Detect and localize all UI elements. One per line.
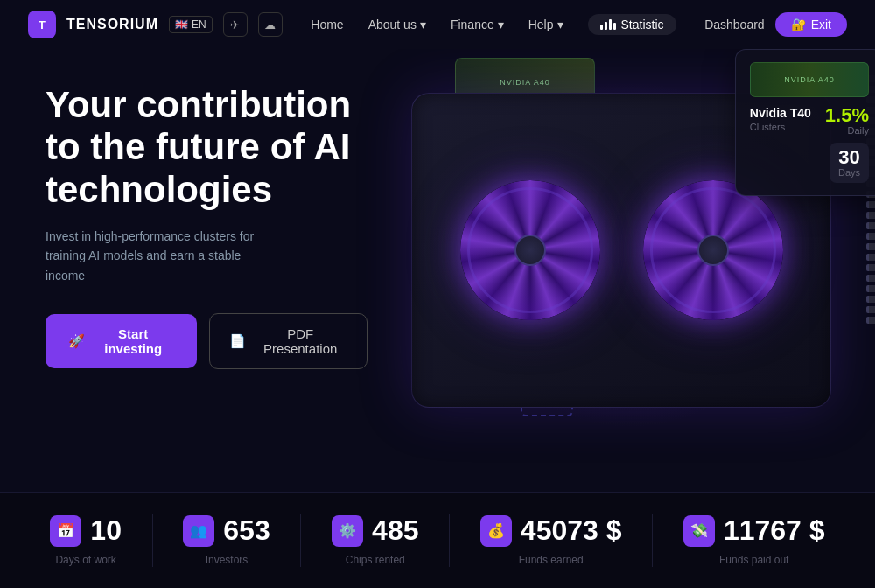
document-icon: 📄 (229, 333, 246, 349)
tooltip-days-number: 30 (838, 148, 860, 167)
tooltip-days-box: 30 Days (830, 143, 869, 183)
stat-divider (652, 514, 653, 567)
stat-label-investors: Investors (206, 554, 248, 566)
stat-label-chips: Chips rented (346, 554, 405, 566)
tooltip-model: Nvidia T40 (750, 106, 811, 120)
hero-title: Your contribution to the future of AI te… (46, 84, 368, 211)
logo-icon: T (28, 10, 56, 38)
start-investing-button[interactable]: 🚀 Start investing (46, 314, 197, 368)
hero-buttons: 🚀 Start investing 📄 PDF Presentation (46, 313, 368, 369)
flag-icon: 🇬🇧 (175, 18, 188, 31)
fan-center-hub-2 (697, 234, 729, 266)
stat-top: 💰 45073 $ (480, 514, 622, 547)
gpu-card-label: NVIDIA A40 (500, 78, 550, 87)
stat-funds-paidout: 💸 11767 $ Funds paid out (683, 514, 825, 566)
language-selector[interactable]: 🇬🇧 EN (169, 16, 213, 33)
telegram-icon[interactable]: ✈ (223, 12, 248, 37)
heatsink-fin (866, 275, 875, 282)
stat-divider (449, 514, 450, 567)
stat-number-days: 10 (90, 514, 122, 547)
nav-about[interactable]: About us ▾ (368, 18, 426, 32)
heatsink-fin (866, 222, 875, 229)
brand-name: TENSORIUM (66, 17, 158, 32)
heatsink-fin (866, 317, 875, 324)
stat-label-days: Days of work (55, 554, 116, 566)
heatsink-fin (866, 243, 875, 250)
exit-icon: 🔐 (791, 18, 806, 32)
fan-center-hub (514, 234, 546, 266)
stat-top: ⚙️ 485 (332, 514, 418, 547)
heatsink-fin (866, 233, 875, 240)
hero-section: Your contribution to the future of AI te… (0, 49, 875, 492)
stat-investors: 👥 653 Investors (183, 514, 270, 566)
stats-bar: 📅 10 Days of work 👥 653 Investors ⚙️ 485… (0, 492, 875, 588)
investors-icon: 👥 (183, 515, 214, 547)
rocket-icon: 🚀 (68, 333, 85, 349)
hero-right: NVIDIA A40 (359, 49, 875, 466)
chip-icon: ⚙️ (332, 515, 363, 547)
stat-number-investors: 653 (223, 514, 270, 547)
stat-label-paidout: Funds paid out (719, 554, 788, 566)
tooltip-right: 1.5% Daily (825, 106, 869, 136)
tooltip-percent: 1.5% (825, 106, 869, 125)
tooltip-days-label: Days (838, 167, 860, 178)
heatsink-fin (866, 296, 875, 303)
heatsink-fin (866, 254, 875, 261)
stat-top: 👥 653 (183, 514, 270, 547)
heatsink-fin (866, 264, 875, 271)
hero-left: Your contribution to the future of AI te… (0, 49, 368, 492)
tooltip-gpu-image: NVIDIA A40 (750, 62, 869, 97)
nav-finance[interactable]: Finance ▾ (451, 18, 504, 32)
nav-dashboard[interactable]: Dashboard (704, 18, 765, 32)
payout-icon: 💸 (683, 515, 715, 547)
lang-code: EN (192, 18, 206, 31)
navbar: T TENSORIUM 🇬🇧 EN ✈ ☁ Home About us ▾ Fi… (0, 0, 875, 49)
stat-number-earned: 45073 $ (521, 514, 622, 547)
nav-right: Dashboard 🔐 Exit (704, 12, 847, 37)
stat-funds-earned: 💰 45073 $ Funds earned (480, 514, 622, 566)
nav-left: T TENSORIUM 🇬🇧 EN ✈ ☁ (28, 10, 283, 38)
stat-top: 💸 11767 $ (683, 514, 825, 547)
stat-label-earned: Funds earned (519, 554, 584, 566)
heatsink-fin (866, 285, 875, 292)
calendar-icon: 📅 (50, 515, 81, 547)
tooltip-info-row: Nvidia T40 Clusters 1.5% Daily (750, 106, 869, 136)
stat-days-of-work: 📅 10 Days of work (50, 514, 122, 566)
bar-chart-icon (600, 19, 616, 30)
heatsink-fin (866, 212, 875, 219)
tooltip-clusters-label: Clusters (750, 122, 811, 132)
hero-subtitle: Invest in high-performance clusters for … (46, 227, 282, 285)
heatsink-fin (866, 201, 875, 208)
discord-icon[interactable]: ☁ (258, 12, 283, 37)
gpu-illustration: NVIDIA A40 (359, 49, 875, 486)
tooltip-daily-label: Daily (825, 125, 869, 136)
nav-help[interactable]: Help ▾ (528, 18, 564, 32)
tooltip-card: NVIDIA A40 Nvidia T40 Clusters 1.5% Dail… (735, 49, 875, 196)
stat-top: 📅 10 (50, 514, 122, 547)
stat-number-chips: 485 (372, 514, 418, 547)
stat-divider (300, 514, 301, 567)
nav-statistic[interactable]: Statistic (588, 14, 676, 35)
exit-button[interactable]: 🔐 Exit (775, 12, 847, 37)
nav-home[interactable]: Home (311, 18, 343, 32)
stat-number-paidout: 11767 $ (724, 514, 825, 547)
fan-left (460, 180, 600, 320)
fan-right (643, 180, 783, 320)
stat-divider (152, 514, 153, 567)
tooltip-days-row: 30 Days (750, 143, 869, 183)
money-icon: 💰 (480, 515, 512, 547)
pdf-presentation-button[interactable]: 📄 PDF Presentation (209, 313, 368, 369)
tooltip-left: Nvidia T40 Clusters (750, 106, 811, 132)
heatsink-fin (866, 306, 875, 313)
stat-chips-rented: ⚙️ 485 Chips rented (332, 514, 418, 566)
nav-center: Home About us ▾ Finance ▾ Help ▾ Statist… (311, 14, 676, 35)
